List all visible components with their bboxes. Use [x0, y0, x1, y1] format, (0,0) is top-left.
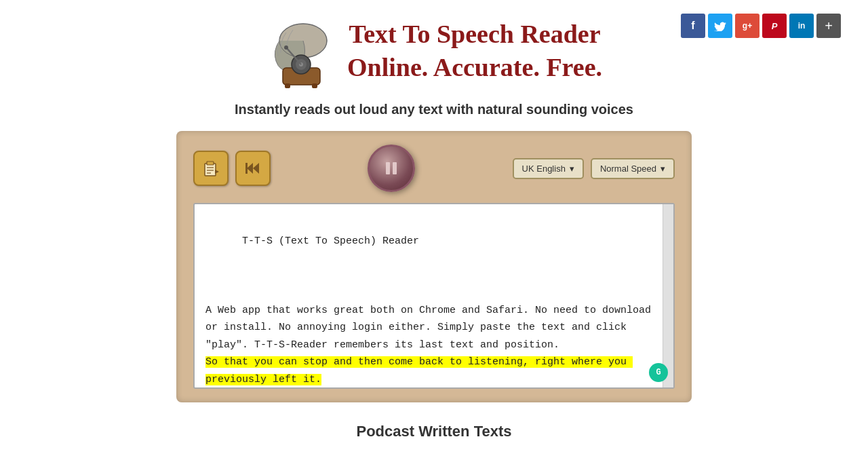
text-title: T-T-S (Text To Speech) Reader [242, 235, 419, 247]
gramophone-icon [266, 14, 334, 88]
linkedin-icon[interactable]: in [789, 14, 814, 38]
rewind-button[interactable] [235, 151, 271, 186]
speed-dropdown-arrow: ▾ [660, 164, 665, 174]
google-plus-icon[interactable]: g+ [735, 14, 760, 38]
svg-marker-15 [215, 170, 219, 174]
svg-rect-7 [312, 83, 317, 88]
social-icons-bar: f g+ P in + [681, 14, 841, 38]
voice-dropdown-value: UK English [522, 164, 566, 174]
text-content-area[interactable]: T-T-S (Text To Speech) Reader A Web app … [195, 204, 673, 387]
svg-rect-11 [207, 162, 214, 165]
svg-marker-16 [247, 163, 253, 174]
voice-dropdown[interactable]: UK English ▾ [513, 158, 584, 179]
header: Text To Speech Reader Online. Accurate. … [0, 0, 868, 95]
pinterest-icon[interactable]: P [762, 14, 787, 38]
podcast-section: Podcast Written Texts [0, 423, 868, 440]
facebook-icon[interactable]: f [681, 14, 705, 38]
more-share-icon[interactable]: + [816, 14, 841, 38]
player-container: UK English ▾ Normal Speed ▾ T-T-S (Text … [176, 131, 692, 402]
podcast-label: Podcast Written Texts [356, 423, 511, 440]
svg-rect-19 [386, 162, 390, 174]
svg-point-9 [284, 45, 288, 50]
speed-dropdown[interactable]: Normal Speed ▾ [591, 158, 675, 179]
tagline: Instantly reads out loud any text with n… [0, 102, 868, 117]
text-para1-highlight: So that you can stop and then come back … [205, 356, 633, 385]
text-para1: A Web app that works great both on Chrom… [205, 305, 657, 351]
logo-area: Text To Speech Reader Online. Accurate. … [266, 14, 602, 88]
scrollbar[interactable] [663, 204, 673, 387]
twitter-icon[interactable] [708, 14, 732, 38]
title-line1: Text To Speech Reader [349, 20, 600, 48]
svg-rect-6 [285, 83, 290, 88]
speed-dropdown-value: Normal Speed [600, 164, 656, 174]
svg-rect-18 [245, 163, 248, 174]
text-area-wrapper: T-T-S (Text To Speech) Reader A Web app … [193, 203, 675, 389]
controls-left [193, 151, 271, 186]
controls-row: UK English ▾ Normal Speed ▾ [193, 145, 675, 192]
title-block: Text To Speech Reader Online. Accurate. … [347, 18, 602, 85]
svg-marker-17 [253, 163, 259, 174]
play-pause-button[interactable] [368, 145, 415, 192]
title-line2: Online. Accurate. Free. [347, 53, 602, 81]
svg-rect-20 [393, 162, 397, 174]
paste-button[interactable] [193, 151, 229, 186]
grammarly-icon: G [649, 363, 668, 382]
svg-rect-10 [205, 164, 216, 176]
controls-right: UK English ▾ Normal Speed ▾ [513, 158, 675, 179]
voice-dropdown-arrow: ▾ [570, 164, 574, 174]
